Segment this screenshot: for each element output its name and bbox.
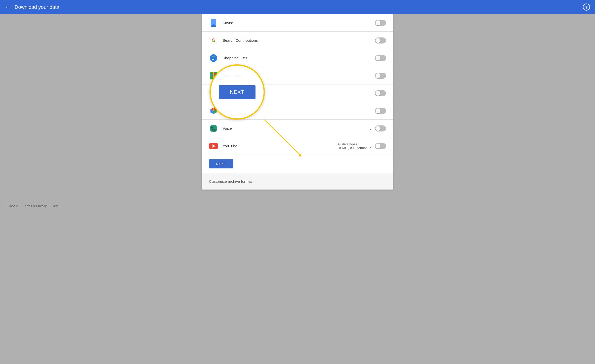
shopping-lists-toggle[interactable] [375,55,386,61]
footer-link-help[interactable]: Help [52,204,59,208]
saved-icon [209,18,218,27]
youtube-sub: All data types OPML (RSS) format [337,142,367,150]
help-button[interactable]: ? [583,4,590,11]
list-item-tasks: Tasks [202,84,393,102]
youtube-chevron-icon[interactable]: ⌄ [369,143,372,149]
list-item-youtube: YouTube All data types OPML (RSS) format… [202,137,393,155]
shopping-lists-icon [209,54,218,63]
svg-text:G: G [211,37,216,43]
next-row: NEXT [202,155,393,173]
svg-rect-11 [212,59,214,60]
list-item-textcube: Textcube [202,102,393,120]
saved-toggle[interactable] [375,20,386,26]
youtube-label: YouTube [223,144,337,148]
header: ← Download your data ? [0,0,595,14]
main-content: NEXT [0,14,595,200]
svg-text:📞: 📞 [211,126,216,131]
list-item-search-contributions: G G Search C [202,32,393,49]
tasks-label: Tasks [223,91,375,95]
svg-point-15 [214,73,216,75]
youtube-sub-line2: OPML (RSS) format [337,146,367,150]
svg-rect-10 [212,58,215,58]
footer-link-terms[interactable]: Terms & Privacy [23,204,47,208]
street-view-toggle[interactable] [375,73,386,79]
search-contributions-toggle[interactable] [375,37,386,43]
list-item-voice: 📞 Voice ⌄ [202,120,393,137]
voice-icon: 📞 [209,124,218,133]
footer-link-google[interactable]: Google [8,204,18,208]
data-card: Saved G G [202,14,393,190]
textcube-toggle[interactable] [375,108,386,114]
textcube-icon [209,106,218,115]
voice-label: Voice [223,126,369,130]
voice-toggle[interactable] [375,125,386,131]
customize-section: Customize archive format [202,173,393,190]
street-view-icon [209,71,218,80]
list-item-saved: Saved [202,14,393,32]
next-button[interactable]: NEXT [209,159,233,168]
voice-chevron-icon[interactable]: ⌄ [369,126,372,131]
svg-rect-13 [213,72,214,79]
youtube-icon [209,142,218,151]
tasks-toggle[interactable] [375,90,386,96]
list-item-street-view: Street View [202,67,393,84]
textcube-label: Textcube [223,109,375,113]
tasks-icon [209,89,218,98]
customize-label: Customize archive format [209,179,252,184]
search-contributions-label: Search Contributions [223,38,375,42]
footer: Google Terms & Privacy Help [0,200,595,212]
youtube-sub-line1: All data types [337,142,357,146]
list-item-shopping-lists: Shopping Lists [202,49,393,67]
saved-label: Saved [223,21,375,25]
youtube-toggle[interactable] [375,143,386,149]
search-contributions-icon: G G [209,36,218,45]
page-title: Download your data [15,4,583,10]
street-view-label: Street View [223,73,375,78]
shopping-lists-label: Shopping Lists [223,56,375,60]
svg-rect-9 [212,57,215,57]
back-button[interactable]: ← [5,4,11,10]
